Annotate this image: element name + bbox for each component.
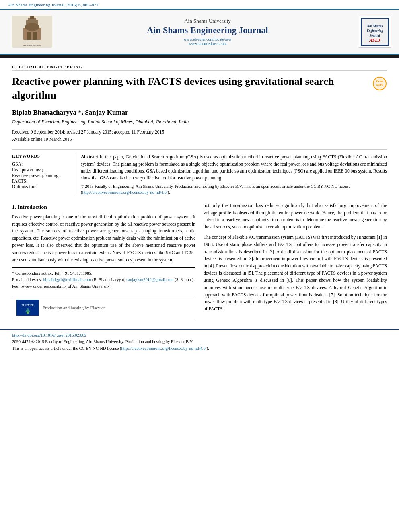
article-title-container: Reactive power planning with FACTS devic… xyxy=(12,75,387,102)
bottom-line2: This is an open access article under the… xyxy=(12,345,387,352)
main-content: ELECTRICAL ENGINEERING Reactive power pl… xyxy=(0,58,399,326)
bottom-links: http://dx.doi.org/10.1016/j.asej.2015.02… xyxy=(0,330,399,355)
dates: Received 9 September 2014; revised 27 Ja… xyxy=(12,128,387,143)
authors: Biplab Bhattacharyya *, Sanjay Kumar xyxy=(12,109,387,117)
svg-rect-21 xyxy=(27,312,29,314)
email1-link[interactable]: biplabdgp1@rediffmail.com xyxy=(43,277,91,282)
keywords-column: KEYWORDS GSA; Real power loss; Reactive … xyxy=(12,154,74,195)
journal-links: www.elsevier.com/locate/asej www.science… xyxy=(64,37,351,46)
bottom-line1: 2090-4479 © 2015 Faculty of Engineering,… xyxy=(12,339,387,345)
black-divider xyxy=(0,55,399,58)
svg-text:Mark: Mark xyxy=(376,83,383,86)
doi-link[interactable]: http://dx.doi.org/10.1016/j.asej.2015.02… xyxy=(12,332,387,339)
svg-rect-3 xyxy=(30,16,34,19)
university-logo: Ain Shams University xyxy=(8,14,56,50)
dates-line1: Received 9 September 2014; revised 27 Ja… xyxy=(12,128,387,136)
email-label: E-mail addresses: xyxy=(12,277,42,282)
keyword-5: Optimization xyxy=(12,184,68,189)
elsevier-link[interactable]: www.elsevier.com/locate/asej xyxy=(64,37,351,41)
crossmark-badge[interactable]: Cross Mark xyxy=(372,76,387,91)
svg-rect-6 xyxy=(33,32,37,40)
dates-line2: Available online 19 March 2015 xyxy=(12,136,387,143)
affiliation: Department of Electrical Engineering, In… xyxy=(12,119,387,125)
elsevier-box: ELSEVIER Production and hosting by Elsev… xyxy=(12,296,195,319)
email2-link[interactable]: sanjayism2012@gmail.com xyxy=(126,277,173,282)
footnote-star: * Corresponding author. Tel.: +91 943171… xyxy=(12,270,195,277)
svg-text:Ain Shams University: Ain Shams University xyxy=(23,44,41,46)
body-right: not only the transmission loss reduces s… xyxy=(204,202,387,319)
university-logo-svg: Ain Shams University xyxy=(12,16,52,48)
asej-logo-box: Ain Shams Engineering Journal ASEJ xyxy=(361,18,389,46)
email2-name: (S. Kumar). xyxy=(175,277,195,282)
university-name: Ain Shams University xyxy=(64,18,351,24)
journal-citation: Ain Shams Engineering Journal (2015) 6, … xyxy=(8,2,99,7)
svg-text:Ain Shams: Ain Shams xyxy=(366,24,383,28)
body-columns: 1. Introduction Reactive power planning … xyxy=(12,202,387,319)
footnotes: * Corresponding author. Tel.: +91 943171… xyxy=(12,267,195,289)
section-label: ELECTRICAL ENGINEERING xyxy=(12,64,387,71)
abstract-section: KEYWORDS GSA; Real power loss; Reactive … xyxy=(12,149,387,195)
peer-review: Peer review under responsibility of Ain … xyxy=(12,283,195,290)
svg-text:Cross: Cross xyxy=(376,80,383,83)
doi-text: http://dx.doi.org/10.1016/j.asej.2015.02… xyxy=(12,333,86,337)
section1-heading: 1. Introduction xyxy=(12,204,195,210)
authors-text: Biplab Bhattacharyya *, Sanjay Kumar xyxy=(12,109,128,116)
abstract-body: In this paper, Gravitational Search Algo… xyxy=(81,154,387,180)
svg-text:Engineering: Engineering xyxy=(366,29,383,33)
crossmark-icon: Cross Mark xyxy=(372,76,387,91)
elsevier-logo-svg: ELSEVIER xyxy=(18,300,38,315)
svg-point-7 xyxy=(25,23,39,31)
bottom-line2-text: This is an open access article under the… xyxy=(12,346,209,351)
cc-link[interactable]: http://creativecommons.org/licenses/by-n… xyxy=(121,346,206,351)
license-body: © 2015 Faculty of Engineering, Ain Shams… xyxy=(81,184,350,195)
svg-text:ASEJ: ASEJ xyxy=(369,38,381,43)
section1-para2: not only the transmission loss reduces s… xyxy=(204,202,387,231)
svg-text:ELSEVIER: ELSEVIER xyxy=(21,304,34,306)
asej-logo-svg: Ain Shams Engineering Journal ASEJ xyxy=(362,18,388,45)
body-left: 1. Introduction Reactive power planning … xyxy=(12,202,195,319)
abstract-text: AbstractIn this paper, Gravitational Sea… xyxy=(81,154,387,181)
svg-rect-5 xyxy=(27,32,31,40)
section1-para1: Reactive power planning is one of the mo… xyxy=(12,214,195,264)
journal-full-name: Ain Shams Engineering Journal xyxy=(64,25,351,35)
footnote-email: E-mail addresses: biplabdgp1@rediffmail.… xyxy=(12,277,195,283)
article-title-text: Reactive power planning with FACTS devic… xyxy=(12,75,368,102)
elsevier-text: Production and hosting by Elsevier xyxy=(43,305,105,310)
elsevier-logo: ELSEVIER xyxy=(16,300,39,316)
keyword-4: FACTS; xyxy=(12,179,68,183)
asej-logo: Ain Shams Engineering Journal ASEJ xyxy=(359,16,391,48)
keywords-title: KEYWORDS xyxy=(12,154,68,158)
email1-name: (B. Bhattacharyya), xyxy=(92,277,125,282)
license-text: © 2015 Faculty of Engineering, Ain Shams… xyxy=(81,184,387,195)
keyword-2: Real power loss; xyxy=(12,167,68,172)
sciencedirect-link[interactable]: www.sciencedirect.com xyxy=(64,41,351,46)
keyword-3: Reactive power planning; xyxy=(12,173,68,178)
top-bar: Ain Shams Engineering Journal (2015) 6, … xyxy=(0,0,399,9)
svg-text:Journal: Journal xyxy=(369,34,380,37)
license-link[interactable]: http://creativecommons.org/licenses/by-n… xyxy=(82,190,168,195)
abstract-column: AbstractIn this paper, Gravitational Sea… xyxy=(74,154,387,195)
section1-para3: The concept of Flexible AC transmission … xyxy=(204,234,387,313)
journal-header: Ain Shams University Ain Shams Universit… xyxy=(0,9,399,55)
abstract-label: Abstract xyxy=(81,154,98,159)
keyword-1: GSA; xyxy=(12,162,68,166)
header-center: Ain Shams University Ain Shams Engineeri… xyxy=(64,18,351,46)
